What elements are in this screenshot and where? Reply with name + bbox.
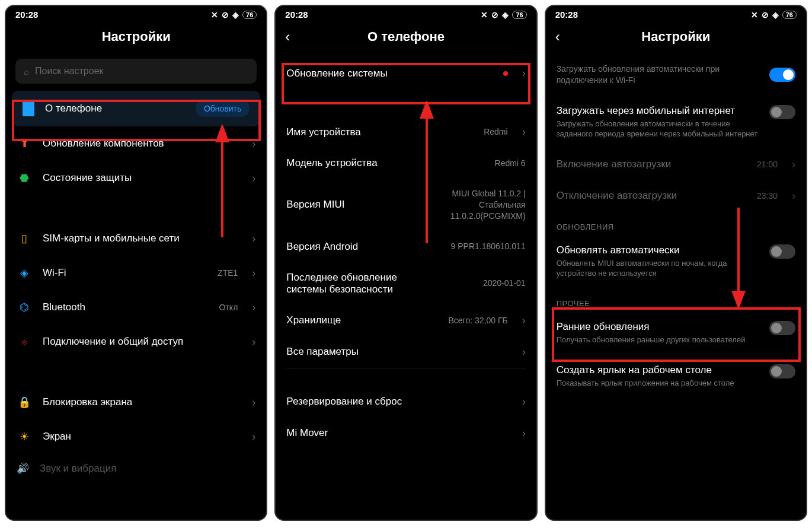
- phone-icon: [23, 101, 34, 116]
- chevron-right-icon: ›: [252, 336, 255, 348]
- dnd-icon: ⊘: [762, 10, 769, 20]
- sysupd-label: Обновление системы: [286, 68, 492, 79]
- row-display[interactable]: ☀ Экран ›: [6, 419, 266, 454]
- android-value: 9 PPR1.180610.011: [451, 241, 526, 252]
- toggle-shortcut[interactable]: [769, 364, 795, 378]
- devname-label: Имя устройства: [286, 126, 473, 138]
- lock-icon: 🔒: [17, 395, 32, 410]
- toggle-early[interactable]: [769, 321, 795, 335]
- bluetooth-icon: ⌬: [17, 300, 32, 315]
- chevron-right-icon: ›: [522, 396, 526, 408]
- autoupd-sub: Обновлять MIUI автоматически по ночам, к…: [557, 258, 759, 279]
- toggle-mobile[interactable]: [769, 105, 795, 119]
- chevron-right-icon: ›: [522, 427, 526, 440]
- row-storage[interactable]: Хранилище Всего: 32,00 ГБ ›: [276, 305, 536, 336]
- row-mimover[interactable]: Mi Mover ›: [276, 418, 536, 449]
- row-lock-screen[interactable]: 🔒 Блокировка экрана ›: [6, 385, 266, 419]
- row-mobile-download[interactable]: Загружать через мобильный интернет Загру…: [546, 96, 806, 149]
- row-early-updates[interactable]: Ранние обновления Получать обновления ра…: [546, 311, 806, 355]
- status-icons: ✕ ⊘ ◈ 76: [751, 10, 797, 20]
- shield-icon: ⬣: [17, 170, 32, 186]
- allparams-label: Все параметры: [286, 346, 507, 358]
- sim-label: SIM-карты и мобильные сети: [43, 233, 238, 244]
- auto-on-value: 21:00: [757, 159, 778, 170]
- row-security-patch[interactable]: Последнее обновление системы безопасност…: [276, 262, 536, 305]
- vibrate-icon: ✕: [481, 10, 488, 20]
- row-about-phone[interactable]: О телефоне Обновить: [12, 91, 260, 126]
- back-button[interactable]: ‹: [555, 28, 560, 45]
- page-header: ‹ Настройки: [546, 23, 806, 54]
- row-model[interactable]: Модель устройства Redmi 6: [276, 148, 536, 179]
- model-label: Модель устройства: [286, 157, 484, 169]
- row-shortcut[interactable]: Создать ярлык на рабочем столе Показыват…: [546, 355, 806, 398]
- back-button[interactable]: ‹: [285, 28, 290, 45]
- auto-off-label: Отключение автозагрузки: [557, 190, 746, 202]
- mimover-label: Mi Mover: [286, 427, 507, 439]
- row-security-status[interactable]: ⬣ Состояние защиты ›: [6, 161, 266, 195]
- storage-label: Хранилище: [286, 314, 437, 326]
- wifi-icon: ◈: [772, 10, 779, 20]
- wifi-label: Wi-Fi: [43, 267, 207, 279]
- row-miui[interactable]: Версия MIUI MIUI Global 11.0.2 | Стабиль…: [276, 179, 536, 231]
- lock-label: Блокировка экрана: [43, 396, 238, 408]
- autoupd-label: Обновлять автоматически: [557, 244, 759, 256]
- screen-about-phone: 20:28 ✕ ⊘ ◈ 76 ‹ О телефоне Обновление с…: [274, 5, 537, 521]
- status-bar: 20:28 ✕ ⊘ ◈ 76: [546, 6, 806, 23]
- toggle-auto-update[interactable]: [769, 244, 795, 259]
- row-wifi[interactable]: ◈ Wi-Fi ZTE1 ›: [6, 256, 266, 290]
- update-pill[interactable]: Обновить: [196, 100, 250, 117]
- screen-update-settings: 20:28 ✕ ⊘ ◈ 76 ‹ Настройки Загружать обн…: [545, 5, 807, 521]
- security-label: Состояние защиты: [43, 172, 238, 184]
- chevron-right-icon: ›: [522, 314, 526, 327]
- page-title: Настройки: [15, 29, 257, 44]
- mobile-sub: Загружать обновления автоматически в теч…: [557, 119, 759, 139]
- page-header: Настройки: [6, 23, 266, 54]
- chevron-right-icon: ›: [252, 396, 255, 409]
- bt-value: Откл: [219, 302, 238, 313]
- auto-off-value: 23:30: [757, 190, 778, 202]
- model-value: Redmi 6: [495, 158, 526, 169]
- row-system-update[interactable]: Обновление системы ›: [276, 54, 536, 93]
- settings-list: О телефоне Обновить ⬆ Обновление компоне…: [6, 91, 266, 520]
- backup-label: Резервирование и сброс: [286, 396, 507, 408]
- chevron-right-icon: ›: [252, 431, 255, 443]
- row-bluetooth[interactable]: ⌬ Bluetooth Откл ›: [6, 290, 266, 325]
- chevron-right-icon: ›: [522, 346, 526, 358]
- vibrate-icon: ✕: [211, 10, 218, 20]
- wifi-icon: ◈: [502, 10, 509, 20]
- components-label: Обновление компонентов: [43, 138, 238, 150]
- row-connection-share[interactable]: ⟐ Подключение и общий доступ ›: [6, 325, 266, 359]
- battery-badge: 76: [782, 11, 797, 19]
- row-backup[interactable]: Резервирование и сброс ›: [276, 386, 536, 418]
- search-input[interactable]: ⌕ Поиск настроек: [15, 59, 257, 84]
- vibrate-icon: ✕: [751, 10, 758, 20]
- dnd-icon: ⊘: [491, 10, 498, 20]
- row-wifi-auto[interactable]: Загружать обновления автоматически при п…: [546, 54, 806, 96]
- row-components-update[interactable]: ⬆ Обновление компонентов ›: [6, 126, 266, 161]
- row-auto-on: Включение автозагрузки 21:00 ›: [546, 149, 806, 180]
- toggle-wifi-auto[interactable]: [769, 68, 795, 82]
- row-device-name[interactable]: Имя устройства Redmi ›: [276, 116, 536, 148]
- miui-label: Версия MIUI: [286, 199, 414, 211]
- row-sim[interactable]: ▯ SIM-карты и мобильные сети ›: [6, 221, 266, 256]
- row-sound-cut[interactable]: 🔊 Звук и вибрация: [6, 454, 266, 475]
- chevron-right-icon: ›: [252, 301, 255, 314]
- search-icon: ⌕: [24, 66, 29, 77]
- wifi-value: ZTE1: [218, 268, 238, 279]
- clock: 20:28: [285, 9, 308, 20]
- notification-dot-icon: [503, 71, 508, 76]
- clock: 20:28: [15, 9, 38, 20]
- dnd-icon: ⊘: [222, 10, 229, 20]
- row-android[interactable]: Версия Android 9 PPR1.180610.011: [276, 231, 536, 262]
- shortcut-label: Создать ярлык на рабочем столе: [557, 364, 759, 376]
- status-icons: ✕ ⊘ ◈ 76: [211, 10, 257, 20]
- patch-label: Последнее обновление системы безопасност…: [286, 272, 423, 295]
- page-title: О телефоне: [285, 29, 526, 44]
- share-label: Подключение и общий доступ: [43, 336, 238, 348]
- about-list: Обновление системы › Имя устройства Redm…: [276, 54, 536, 520]
- chevron-right-icon: ›: [792, 190, 795, 202]
- clock: 20:28: [555, 9, 578, 20]
- row-auto-update[interactable]: Обновлять автоматически Обновлять MIUI а…: [546, 235, 806, 288]
- section-updates: ОБНОВЛЕНИЯ: [546, 212, 806, 235]
- row-all-params[interactable]: Все параметры ›: [276, 336, 536, 368]
